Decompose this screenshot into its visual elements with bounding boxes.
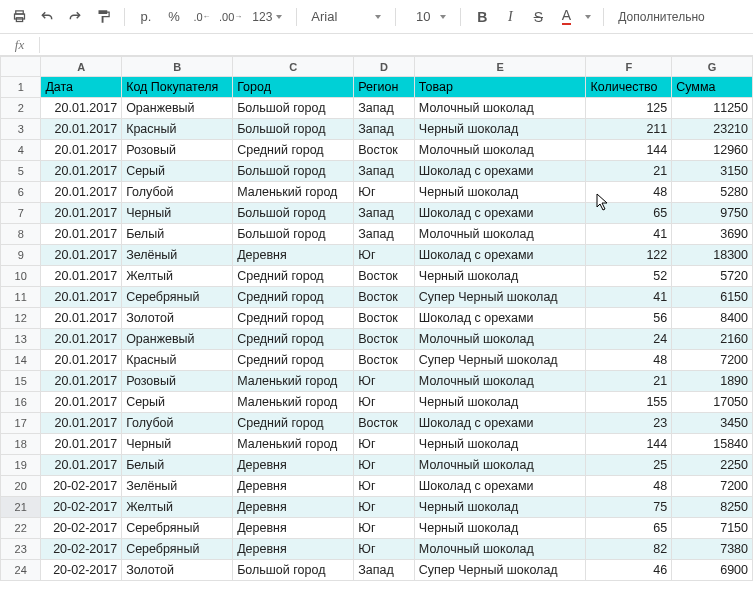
cell[interactable]: Супер Черный шоколад [414, 350, 586, 371]
cell[interactable]: 144 [586, 434, 672, 455]
font-size-dropdown[interactable]: 10 [406, 6, 450, 28]
cell[interactable]: Белый [122, 224, 233, 245]
cell[interactable]: 20.01.2017 [41, 266, 122, 287]
cell[interactable]: Восток [354, 350, 415, 371]
cell[interactable]: Серый [122, 392, 233, 413]
cell[interactable]: Деревня [233, 518, 354, 539]
cell[interactable]: 3690 [672, 224, 753, 245]
cell[interactable]: Деревня [233, 476, 354, 497]
formula-input[interactable] [40, 34, 753, 55]
cell[interactable]: Маленький город [233, 392, 354, 413]
cell[interactable]: 21 [586, 161, 672, 182]
text-color-button[interactable]: A [555, 6, 577, 28]
cell[interactable]: Запад [354, 560, 415, 581]
cell[interactable]: Черный шоколад [414, 182, 586, 203]
cell[interactable]: Шоколад с орехами [414, 476, 586, 497]
cell[interactable]: 41 [586, 224, 672, 245]
cell[interactable]: 15840 [672, 434, 753, 455]
row-header-9[interactable]: 9 [1, 245, 41, 266]
cell[interactable]: Деревня [233, 539, 354, 560]
cell[interactable]: 20.01.2017 [41, 392, 122, 413]
cell[interactable]: Средний город [233, 140, 354, 161]
row-header-20[interactable]: 20 [1, 476, 41, 497]
cell[interactable]: 9750 [672, 203, 753, 224]
cell[interactable]: Большой город [233, 98, 354, 119]
cell[interactable]: Шоколад с орехами [414, 413, 586, 434]
cell[interactable]: Золотой [122, 560, 233, 581]
cell[interactable]: Розовый [122, 140, 233, 161]
cell[interactable]: Маленький город [233, 434, 354, 455]
header-cell[interactable]: Код Покупателя [122, 77, 233, 98]
cell[interactable]: 20.01.2017 [41, 350, 122, 371]
cell[interactable]: Восток [354, 287, 415, 308]
row-header-23[interactable]: 23 [1, 539, 41, 560]
number-format-dropdown[interactable]: 123 [248, 6, 286, 28]
cell[interactable]: Серебряный [122, 287, 233, 308]
cell[interactable]: Деревня [233, 245, 354, 266]
cell[interactable]: 20.01.2017 [41, 224, 122, 245]
cell[interactable]: Серый [122, 161, 233, 182]
column-header-E[interactable]: E [414, 57, 586, 77]
cell[interactable]: Большой город [233, 161, 354, 182]
row-header-7[interactable]: 7 [1, 203, 41, 224]
row-header-8[interactable]: 8 [1, 224, 41, 245]
cell[interactable]: 48 [586, 350, 672, 371]
cell[interactable]: 20.01.2017 [41, 455, 122, 476]
cell[interactable]: Юг [354, 476, 415, 497]
cell[interactable]: 1890 [672, 371, 753, 392]
cell[interactable]: 20.01.2017 [41, 287, 122, 308]
cell[interactable]: 20.01.2017 [41, 119, 122, 140]
cell[interactable]: 122 [586, 245, 672, 266]
cell[interactable]: 2160 [672, 329, 753, 350]
cell[interactable]: 7150 [672, 518, 753, 539]
column-header-A[interactable]: A [41, 57, 122, 77]
row-header-24[interactable]: 24 [1, 560, 41, 581]
row-header-22[interactable]: 22 [1, 518, 41, 539]
cell[interactable]: Серебряный [122, 518, 233, 539]
cell[interactable]: 24 [586, 329, 672, 350]
column-header-C[interactable]: C [233, 57, 354, 77]
cell[interactable]: Запад [354, 203, 415, 224]
cell[interactable]: Восток [354, 308, 415, 329]
cell[interactable]: 144 [586, 140, 672, 161]
cell[interactable]: 20-02-2017 [41, 560, 122, 581]
cell[interactable]: Юг [354, 182, 415, 203]
cell[interactable]: 20.01.2017 [41, 371, 122, 392]
cell[interactable]: Желтый [122, 497, 233, 518]
cell[interactable]: Запад [354, 224, 415, 245]
cell[interactable]: Восток [354, 329, 415, 350]
cell[interactable]: Юг [354, 392, 415, 413]
cell[interactable]: 25 [586, 455, 672, 476]
cell[interactable]: 20.01.2017 [41, 98, 122, 119]
text-color-dropdown[interactable] [583, 6, 593, 28]
cell[interactable]: Средний город [233, 287, 354, 308]
cell[interactable]: Молочный шоколад [414, 539, 586, 560]
cell[interactable]: 3150 [672, 161, 753, 182]
cell[interactable]: 6900 [672, 560, 753, 581]
cell[interactable]: Красный [122, 350, 233, 371]
cell[interactable]: Белый [122, 455, 233, 476]
header-cell[interactable]: Дата [41, 77, 122, 98]
decrease-decimal-button[interactable]: .0← [191, 6, 213, 28]
more-menu[interactable]: Дополнительно [614, 6, 708, 28]
cell[interactable]: 211 [586, 119, 672, 140]
cell[interactable]: 17050 [672, 392, 753, 413]
row-header-12[interactable]: 12 [1, 308, 41, 329]
cell[interactable]: 20.01.2017 [41, 161, 122, 182]
cell[interactable]: 155 [586, 392, 672, 413]
cell[interactable]: 52 [586, 266, 672, 287]
cell[interactable]: 65 [586, 203, 672, 224]
cell[interactable]: Средний город [233, 266, 354, 287]
cell[interactable]: 125 [586, 98, 672, 119]
row-header-11[interactable]: 11 [1, 287, 41, 308]
cell[interactable]: Запад [354, 98, 415, 119]
cell[interactable]: 8250 [672, 497, 753, 518]
cell[interactable]: 7200 [672, 476, 753, 497]
cell[interactable]: Юг [354, 371, 415, 392]
cell[interactable]: 5280 [672, 182, 753, 203]
cell[interactable]: 3450 [672, 413, 753, 434]
row-header-15[interactable]: 15 [1, 371, 41, 392]
cell[interactable]: Молочный шоколад [414, 98, 586, 119]
cell[interactable]: 20.01.2017 [41, 434, 122, 455]
cell[interactable]: Шоколад с орехами [414, 308, 586, 329]
